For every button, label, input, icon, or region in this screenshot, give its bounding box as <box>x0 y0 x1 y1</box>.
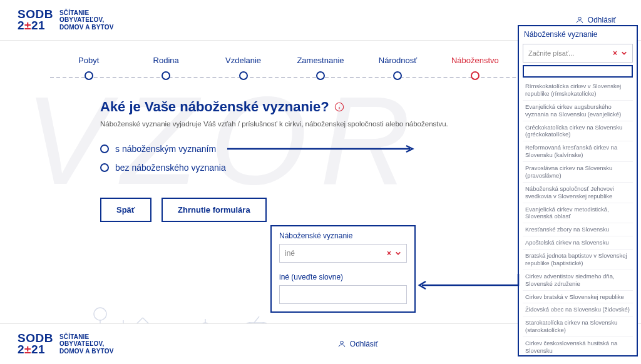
logo-tag3: DOMOV A BYTOV <box>59 24 114 31</box>
logout-icon <box>337 340 346 348</box>
religion-option[interactable]: Cirkev československá husitská na Sloven… <box>523 337 633 356</box>
info-icon[interactable] <box>334 102 344 112</box>
logout-label: Odhlásiť <box>350 340 378 348</box>
step-dot[interactable] <box>85 71 93 80</box>
religion-option[interactable]: Evanjelická cirkev augsburského vyznania… <box>523 101 633 121</box>
logo-2c: 21 <box>31 19 45 32</box>
religion-option[interactable]: Apoštolská cirkev na Slovensku <box>523 236 633 250</box>
step-label[interactable]: Národnosť <box>359 56 436 65</box>
other-religion-input[interactable] <box>279 285 407 304</box>
religion-option[interactable]: Cirkev adventistov siedmeho dňa, Slovens… <box>523 270 633 291</box>
logo-2b: ± <box>24 19 31 32</box>
step-dot[interactable] <box>239 71 248 80</box>
logo-footer: SODB 2±21 SČÍTANIE OBYVATEĽOV, DOMOV A B… <box>18 333 114 355</box>
radio-label: s náboženským vyznaním <box>115 144 216 154</box>
chevron-down-icon <box>395 250 401 256</box>
step-dot[interactable] <box>393 71 402 80</box>
religion-option[interactable]: Cirkev bratská v Slovenskej republike <box>523 291 633 304</box>
logo-2a: 2 <box>18 19 24 32</box>
step-label[interactable]: Náboženstvo <box>436 56 513 65</box>
religion-option[interactable]: Kresťanské zbory na Slovensku <box>523 223 633 236</box>
religion-option[interactable]: Pravoslávna cirkev na Slovensku (pravosl… <box>523 162 633 183</box>
step-dot[interactable] <box>471 71 479 80</box>
step-label[interactable]: Pobyt <box>50 56 127 65</box>
arrow-illustration <box>227 144 415 153</box>
religion-select[interactable]: iné × <box>279 244 407 263</box>
radio-icon <box>100 144 109 153</box>
clear-icon[interactable]: × <box>613 49 617 58</box>
step-dot[interactable] <box>316 71 325 80</box>
other-label: iné (uveďte slovne) <box>272 269 414 285</box>
religion-option[interactable]: Reformovaná kresťanská cirkev na Slovens… <box>523 141 633 162</box>
religion-option[interactable]: Bratská jednota baptistov v Slovenskej r… <box>523 250 633 270</box>
religion-option[interactable]: Židovská obec na Slovensku (židovské) <box>523 303 633 316</box>
logo-tagline: SČÍTANIE OBYVATEĽOV, DOMOV A BYTOV <box>59 9 114 31</box>
summary-button[interactable]: Zhrnutie formulára <box>162 198 267 222</box>
popup-religion-other: Náboženské vyznanie iné × iné (uveďte sl… <box>270 225 416 313</box>
select-value: iné <box>285 249 295 258</box>
religion-select-search[interactable]: Začnite písať... × <box>523 44 633 63</box>
logout-label: Odhlásiť <box>588 16 616 24</box>
radio-label: bez náboženského vyznania <box>115 163 226 173</box>
religion-search-input[interactable] <box>523 65 633 78</box>
logo: SODB 2±21 SČÍTANIE OBYVATEĽOV, DOMOV A B… <box>18 9 114 31</box>
popup-title: Náboženské vyznanie <box>272 226 414 244</box>
logo-mark: SODB 2±21 <box>18 9 53 31</box>
arrow-illustration-2 <box>416 273 521 298</box>
religion-option[interactable]: Rímskokatolícka cirkev v Slovenskej repu… <box>523 80 633 101</box>
svg-point-15 <box>340 341 343 344</box>
step-label[interactable]: Vzdelanie <box>205 56 282 65</box>
svg-line-14 <box>254 316 259 323</box>
logout-link-footer[interactable]: Odhlásiť <box>337 340 378 348</box>
clear-icon[interactable]: × <box>387 249 391 258</box>
svg-point-0 <box>578 17 581 20</box>
step-dot[interactable] <box>162 71 170 80</box>
svg-point-5 <box>94 308 106 320</box>
step-label[interactable]: Zamestnanie <box>282 56 359 65</box>
religion-option[interactable]: Náboženská spoločnosť Jehovovi svedkovia… <box>523 183 633 203</box>
popup-title: Náboženské vyznanie <box>519 26 637 40</box>
logout-link[interactable]: Odhlásiť <box>575 16 616 24</box>
chevron-down-icon <box>621 50 627 56</box>
religion-option[interactable]: Starokatolícka cirkev na Slovensku (star… <box>523 316 633 337</box>
step-label[interactable]: Rodina <box>127 56 204 65</box>
back-button[interactable]: Späť <box>100 198 151 222</box>
popup-religion-dropdown: Náboženské vyznanie Začnite písať... × R… <box>518 25 638 356</box>
select-placeholder: Začnite písať... <box>528 49 574 57</box>
logo-tag1: SČÍTANIE <box>59 9 114 17</box>
question-text: Aké je Vaše náboženské vyznanie? <box>100 99 329 115</box>
religion-option[interactable]: Gréckokatolícka cirkev na Slovensku (gré… <box>523 121 633 142</box>
radio-icon <box>100 163 109 172</box>
religion-option-list: Rímskokatolícka cirkev v Slovenskej repu… <box>519 80 637 356</box>
logo-tag2: OBYVATEĽOV, <box>59 16 114 24</box>
religion-option[interactable]: Evanjelická cirkev metodistická, Slovens… <box>523 203 633 224</box>
logout-icon <box>575 16 584 24</box>
